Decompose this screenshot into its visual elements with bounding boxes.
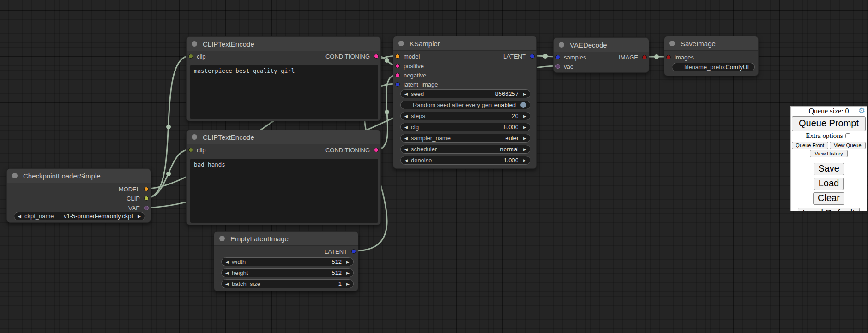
width-widget[interactable]: ◀ width 512 ▶ bbox=[221, 257, 354, 266]
decrement-arrow-icon[interactable]: ◀ bbox=[404, 147, 408, 152]
node-titlebar[interactable]: KSampler bbox=[393, 36, 536, 51]
decrement-arrow-icon[interactable]: ◀ bbox=[225, 260, 229, 264]
node-titlebar[interactable]: EmptyLatentImage bbox=[214, 232, 358, 246]
batch-size-widget[interactable]: ◀ batch_size 1 ▶ bbox=[221, 279, 354, 288]
cfg-widget[interactable]: ◀ cfg 8.000 ▶ bbox=[400, 123, 530, 131]
seed-widget[interactable]: ◀ seed 8566257 ▶ bbox=[400, 89, 530, 98]
decrement-arrow-icon[interactable]: ◀ bbox=[18, 214, 21, 219]
output-port-latent[interactable]: LATENT bbox=[325, 248, 356, 255]
latent-port-icon[interactable] bbox=[555, 55, 560, 59]
node-clip-text-encode-positive[interactable]: CLIPTextEncode clip CONDITIONING masterp… bbox=[186, 36, 381, 121]
output-port-conditioning[interactable]: CONDITIONING bbox=[326, 53, 379, 59]
increment-arrow-icon[interactable]: ▶ bbox=[138, 214, 141, 219]
load-default-button[interactable]: Load Default bbox=[798, 208, 859, 211]
node-titlebar[interactable]: VAEDecode bbox=[554, 38, 649, 52]
collapse-dot-icon[interactable] bbox=[669, 41, 675, 46]
random-seed-widget[interactable]: Random seed after every gen enabled bbox=[400, 101, 530, 109]
save-button[interactable]: Save bbox=[814, 163, 844, 175]
input-port-latent-image[interactable]: latent_image bbox=[395, 81, 438, 88]
prompt-textarea[interactable]: masterpiece best quality girl bbox=[190, 65, 378, 119]
node-vae-decode[interactable]: VAEDecode samples vae IMAGE bbox=[553, 37, 649, 73]
input-port-clip[interactable]: clip bbox=[188, 53, 206, 59]
node-ksampler[interactable]: KSampler model positive negative latent_… bbox=[393, 36, 537, 169]
collapse-dot-icon[interactable] bbox=[192, 41, 197, 47]
decrement-arrow-icon[interactable]: ◀ bbox=[404, 136, 408, 141]
increment-arrow-icon[interactable]: ▶ bbox=[523, 114, 526, 119]
clip-port-icon[interactable] bbox=[188, 54, 193, 59]
collapse-dot-icon[interactable] bbox=[192, 134, 197, 140]
queue-front-button[interactable]: Queue Front bbox=[792, 142, 828, 149]
input-port-negative[interactable]: negative bbox=[395, 72, 426, 78]
vae-port-icon[interactable] bbox=[555, 64, 560, 69]
model-port-icon[interactable] bbox=[144, 187, 149, 191]
decrement-arrow-icon[interactable]: ◀ bbox=[225, 271, 229, 275]
conditioning-port-icon[interactable] bbox=[374, 148, 379, 152]
node-save-image[interactable]: SaveImage images filename_prefix ComfyUI bbox=[664, 36, 759, 76]
input-port-images[interactable]: images bbox=[666, 54, 694, 60]
node-titlebar[interactable]: CLIPTextEncode bbox=[187, 37, 380, 51]
collapse-dot-icon[interactable] bbox=[12, 173, 18, 178]
extra-options-checkbox[interactable] bbox=[845, 133, 850, 138]
view-history-button[interactable]: View History bbox=[810, 150, 848, 157]
decrement-arrow-icon[interactable]: ◀ bbox=[404, 114, 408, 119]
scheduler-widget[interactable]: ◀ scheduler normal ▶ bbox=[400, 145, 530, 154]
increment-arrow-icon[interactable]: ▶ bbox=[346, 271, 350, 275]
increment-arrow-icon[interactable]: ▶ bbox=[523, 158, 526, 163]
output-port-vae[interactable]: VAE bbox=[128, 205, 149, 211]
sampler-name-widget[interactable]: ◀ sampler_name euler ▶ bbox=[400, 134, 530, 143]
model-port-icon[interactable] bbox=[395, 54, 400, 59]
decrement-arrow-icon[interactable]: ◀ bbox=[404, 125, 408, 130]
clip-port-icon[interactable] bbox=[188, 148, 193, 152]
output-port-clip[interactable]: CLIP bbox=[127, 195, 149, 202]
enabled-toggle-icon[interactable] bbox=[520, 102, 526, 108]
comfyui-canvas[interactable]: { "app": "ComfyUI node graph", "colors":… bbox=[0, 0, 868, 333]
increment-arrow-icon[interactable]: ▶ bbox=[523, 136, 526, 141]
node-titlebar[interactable]: CLIPTextEncode bbox=[187, 130, 380, 144]
steps-widget[interactable]: ◀ steps 20 ▶ bbox=[400, 112, 530, 120]
increment-arrow-icon[interactable]: ▶ bbox=[346, 260, 350, 264]
view-queue-button[interactable]: View Queue bbox=[830, 142, 866, 149]
input-port-vae[interactable]: vae bbox=[555, 63, 573, 70]
conditioning-port-icon[interactable] bbox=[374, 54, 379, 59]
clear-button[interactable]: Clear bbox=[813, 192, 844, 205]
increment-arrow-icon[interactable]: ▶ bbox=[523, 92, 526, 96]
decrement-arrow-icon[interactable]: ◀ bbox=[225, 282, 229, 286]
output-port-image[interactable]: IMAGE bbox=[619, 54, 647, 60]
collapse-dot-icon[interactable] bbox=[219, 236, 225, 241]
latent-port-icon[interactable] bbox=[530, 54, 535, 59]
denoise-widget[interactable]: ◀ denoise 1.000 ▶ bbox=[400, 156, 530, 165]
conditioning-port-icon[interactable] bbox=[395, 73, 400, 77]
latent-port-icon[interactable] bbox=[395, 82, 400, 87]
settings-gear-icon[interactable]: ⚙ bbox=[858, 107, 865, 115]
node-clip-text-encode-negative[interactable]: CLIPTextEncode clip CONDITIONING bad han… bbox=[186, 130, 381, 225]
node-titlebar[interactable]: CheckpointLoaderSimple bbox=[7, 169, 151, 183]
increment-arrow-icon[interactable]: ▶ bbox=[523, 147, 526, 152]
ckpt-name-widget[interactable]: ◀ ckpt_name v1-5-pruned-emaonly.ckpt ▶ bbox=[14, 212, 145, 220]
increment-arrow-icon[interactable]: ▶ bbox=[523, 125, 526, 130]
input-port-model[interactable]: model bbox=[395, 53, 420, 59]
height-widget[interactable]: ◀ height 512 ▶ bbox=[221, 268, 354, 277]
node-empty-latent-image[interactable]: EmptyLatentImage LATENT ◀ width 512 ▶ ◀ … bbox=[214, 231, 358, 291]
increment-arrow-icon[interactable]: ▶ bbox=[346, 282, 350, 286]
collapse-dot-icon[interactable] bbox=[398, 41, 404, 46]
queue-prompt-button[interactable]: Queue Prompt bbox=[792, 116, 866, 131]
filename-prefix-widget[interactable]: filename_prefix ComfyUI bbox=[672, 63, 755, 71]
node-titlebar[interactable]: SaveImage bbox=[664, 36, 758, 51]
collapse-dot-icon[interactable] bbox=[559, 42, 564, 48]
image-port-icon[interactable] bbox=[666, 55, 671, 59]
latent-port-icon[interactable] bbox=[351, 249, 356, 254]
input-port-clip[interactable]: clip bbox=[188, 147, 206, 153]
vae-port-icon[interactable] bbox=[144, 206, 149, 210]
node-checkpoint-loader[interactable]: CheckpointLoaderSimple MODEL CLIP VAE ◀ … bbox=[6, 168, 151, 223]
decrement-arrow-icon[interactable]: ◀ bbox=[404, 92, 408, 96]
decrement-arrow-icon[interactable]: ◀ bbox=[404, 158, 408, 163]
conditioning-port-icon[interactable] bbox=[395, 64, 400, 68]
output-port-latent[interactable]: LATENT bbox=[503, 53, 535, 59]
input-port-samples[interactable]: samples bbox=[555, 54, 586, 60]
load-button[interactable]: Load bbox=[814, 178, 844, 190]
output-port-conditioning[interactable]: CONDITIONING bbox=[326, 147, 379, 153]
clip-port-icon[interactable] bbox=[144, 196, 149, 201]
input-port-positive[interactable]: positive bbox=[395, 63, 424, 69]
image-port-icon[interactable] bbox=[642, 55, 647, 59]
prompt-textarea[interactable]: bad hands bbox=[190, 159, 378, 223]
